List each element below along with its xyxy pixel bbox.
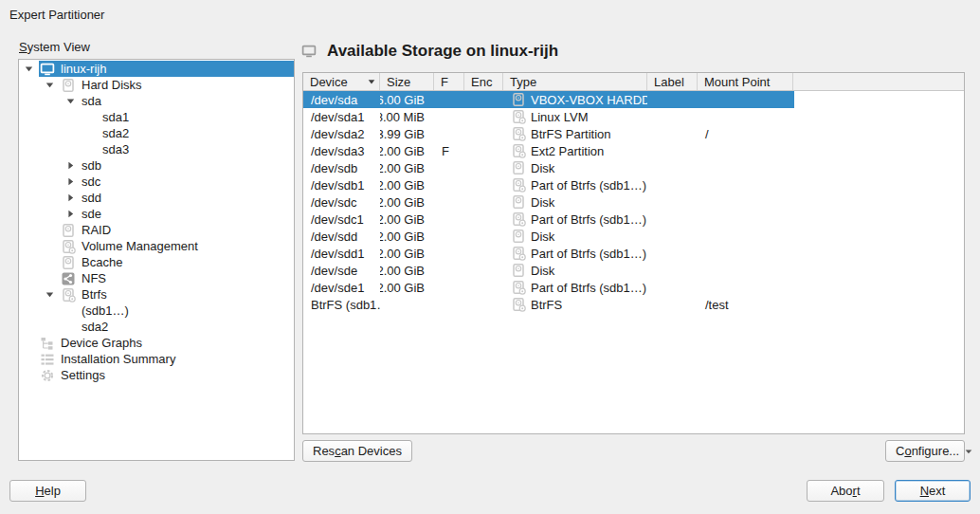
table-row-dev-sda[interactable]: /dev/sda16.00 GiBVBOX-VBOX HARDDISK [303,91,794,108]
installation-summary-icon [40,352,55,367]
cell-f [434,176,464,193]
column-header-enc[interactable]: Enc [464,73,503,90]
cell-type: Disk [503,262,647,279]
cell-text: 2.00 GiB [380,247,425,261]
abort-button[interactable]: Abort [807,480,884,502]
tree-item-label: Btrfs [81,287,107,302]
rescan-devices-button[interactable]: Rescan Devices [302,440,412,462]
cell-enc [464,211,503,228]
cell-text: VBOX-VBOX HARDDISK [531,93,647,107]
cell-device: /dev/sda [303,91,380,108]
tree-item-label: Volume Management [81,239,198,253]
cell-text: 2.00 GiB [380,229,425,244]
tree-collapsed-arrow-icon[interactable] [64,161,81,170]
table-row-dev-sde1[interactable]: /dev/sde12.00 GiBPart of Btrfs (sdb1…) [303,279,794,296]
tree-collapsed-arrow-icon[interactable] [64,177,81,186]
cell-type: Part of Btrfs (sdb1…) [503,176,647,193]
cell-label [647,245,698,262]
cell-enc [464,296,503,313]
cell-text: 2.00 GiB [380,212,425,227]
cell-size [380,296,434,313]
column-header-f[interactable]: F [434,73,464,90]
table-row-dev-sdb1[interactable]: /dev/sdb12.00 GiBPart of Btrfs (sdb1…) [303,176,794,193]
cell-device: /dev/sde [303,262,380,279]
cell-text: 13.99 GiB [380,127,425,141]
tree-item-sda3[interactable]: sda3 [19,141,294,157]
tree-item-sdb1[interactable]: (sdb1…) [19,303,294,319]
tree-item-sda[interactable]: sda [19,93,294,109]
tree-item-body: linux-rijh [39,61,294,77]
tree-item-device-graphs[interactable]: Device Graphs [19,335,294,351]
cell-f [434,262,464,279]
tree-expanded-arrow-icon[interactable] [44,81,60,89]
tree-item-btrfs[interactable]: Btrfs [19,286,294,303]
tree-item-label: sdc [81,174,100,189]
tree-item-sda1[interactable]: sda1 [19,109,294,125]
cell-label [647,176,698,193]
cell-text: /dev/sdc [311,195,356,210]
next-button[interactable]: Next [895,480,971,502]
table-row-dev-sdc[interactable]: /dev/sdc2.00 GiBDisk [303,193,794,211]
cell-text: Part of Btrfs (sdb1…) [531,247,646,261]
cell-text: / [705,127,709,141]
computer-icon [301,42,320,61]
tree-item-raid[interactable]: RAID [19,222,294,238]
table-row-dev-sdd1[interactable]: /dev/sdd12.00 GiBPart of Btrfs (sdb1…) [303,245,794,262]
tree-item-hard-disks[interactable]: Hard Disks [19,77,294,93]
column-header-label[interactable]: Label [647,73,698,90]
tree-item-bcache[interactable]: Bcache [19,254,294,270]
tree-item-sda2[interactable]: sda2 [19,125,294,141]
table-row-dev-sda2[interactable]: /dev/sda213.99 GiBBtrFS Partition/ [303,125,794,142]
cell-device: /dev/sdd1 [303,245,380,262]
table-row-dev-sda1[interactable]: /dev/sda18.00 MiBLinux LVM [303,108,794,125]
tree-collapsed-arrow-icon[interactable] [64,210,81,218]
dropdown-arrow-icon [965,448,972,455]
tree-expanded-arrow-icon[interactable] [64,97,81,105]
tree-expanded-arrow-icon[interactable] [44,290,60,299]
cell-text: /dev/sdd1 [311,247,364,261]
cell-mount [698,228,793,245]
tree-item-body: sdc [81,174,294,190]
column-header-device[interactable]: Device [303,73,380,90]
table-row-dev-sdc1[interactable]: /dev/sdc12.00 GiBPart of Btrfs (sdb1…) [303,211,794,228]
tree-item-sdb[interactable]: sdb [19,157,294,174]
column-header-size[interactable]: Size [380,73,434,90]
cell-text: Disk [531,229,554,244]
partition-icon [511,143,526,158]
table-row-dev-sdb[interactable]: /dev/sdb2.00 GiBDisk [303,159,794,176]
tree-expanded-arrow-icon[interactable] [23,64,39,73]
cell-f [434,279,464,296]
tree-item-nfs[interactable]: NFS [19,270,294,286]
cell-label [647,228,698,245]
table-row-btrfs-sdb1[interactable]: BtrFS (sdb1…)BtrFS/test [303,296,794,313]
partition-icon [511,177,526,193]
tree-item-sda2[interactable]: sda2 [19,319,294,335]
tree-item-body: Bcache [60,254,294,270]
cell-device: /dev/sda2 [303,125,380,142]
cell-text: Disk [531,195,554,210]
tree-item-linux-rijh[interactable]: linux-rijh [19,61,294,77]
tree-item-sde[interactable]: sde [19,206,294,222]
tree-collapsed-arrow-icon[interactable] [64,193,81,202]
tree-item-volume-management[interactable]: Volume Management [19,238,294,254]
system-view-label: System View [19,40,90,54]
tree-item-sdc[interactable]: sdc [19,174,294,190]
cell-type: Part of Btrfs (sdb1…) [503,279,647,296]
tree-item-settings[interactable]: Settings [19,367,294,383]
column-header-type[interactable]: Type [503,73,647,90]
configure-button[interactable]: Configure... [885,440,965,462]
column-header-label: Mount Point [704,75,770,89]
cell-enc [464,279,503,296]
table-row-dev-sda3[interactable]: /dev/sda32.00 GiBFExt2 Partition [303,142,794,159]
table-row-dev-sdd[interactable]: /dev/sdd2.00 GiBDisk [303,228,794,245]
tree-item-label: sda1 [101,110,129,124]
table-row-dev-sde[interactable]: /dev/sde2.00 GiBDisk [303,262,794,279]
page-title-bar: Available Storage on linux-rijh [301,42,558,61]
tree-item-sdd[interactable]: sdd [19,190,294,206]
help-button[interactable]: Help [9,480,86,502]
tree-item-installation-summary[interactable]: Installation Summary [19,351,294,367]
cell-enc [464,228,503,245]
column-header-label: Label [654,75,684,89]
column-header-label: Enc [471,75,492,89]
column-header-mount-point[interactable]: Mount Point [698,73,793,90]
